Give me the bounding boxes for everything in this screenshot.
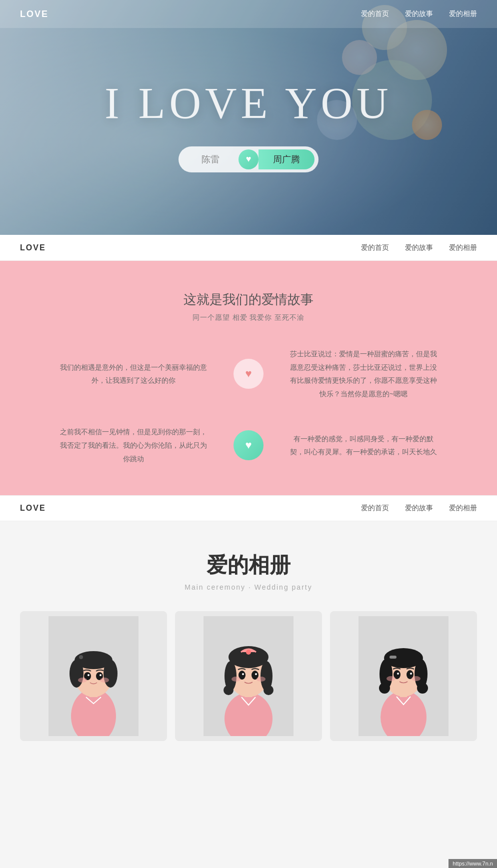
heart-icon: ♥ xyxy=(246,154,252,164)
hero-nav-album[interactable]: 爱的相册 xyxy=(449,9,477,18)
story-item-1-right: 莎士比亚说过：爱情是一种甜蜜的痛苦，但是我愿意忍受这种痛苦，莎士比亚还说过，世界… xyxy=(268,347,458,400)
sticky-nav-home-2[interactable]: 爱的首页 xyxy=(361,504,389,513)
story-subtitle: 同一个愿望 相爱 我爱你 至死不渝 xyxy=(20,313,477,322)
svg-point-43 xyxy=(397,673,399,675)
sticky-nav-story-1[interactable]: 爱的故事 xyxy=(405,243,433,252)
sticky-navbar-2: LOVE 爱的首页 爱的故事 爱的相册 xyxy=(0,495,497,521)
album-illustration-2 xyxy=(175,611,322,741)
sticky-nav-logo-2: LOVE xyxy=(20,504,46,513)
story-item-2: 之前我不相信一见钟情，但是见到你的那一刻，我否定了我的看法。我的心为你沦陷，从此… xyxy=(38,425,458,465)
svg-rect-40 xyxy=(390,656,396,659)
story-header: 这就是我们的爱情故事 同一个愿望 相爱 我爱你 至死不渝 xyxy=(20,291,477,322)
story-title: 这就是我们的爱情故事 xyxy=(20,291,477,308)
story-item-2-center: ♥ xyxy=(228,430,268,460)
sticky-nav-story-2[interactable]: 爱的故事 xyxy=(405,504,433,513)
story-items: 我们的相遇是意外的，但这是一个美丽幸福的意外，让我遇到了这么好的你 ♥ 莎士比亚… xyxy=(38,347,458,465)
svg-point-20 xyxy=(246,650,251,655)
hero-nav-links: 爱的首页 爱的故事 爱的相册 xyxy=(361,9,477,18)
album-illustration-3 xyxy=(330,611,477,741)
hero-nav-home[interactable]: 爱的首页 xyxy=(361,9,389,18)
album-card-2[interactable] xyxy=(175,611,322,741)
heart-divider: ♥ xyxy=(238,149,258,169)
name-right: 周广腾 xyxy=(258,149,314,169)
story-section: 这就是我们的爱情故事 同一个愿望 相爱 我爱你 至死不渝 我们的相遇是意外的，但… xyxy=(0,261,497,495)
svg-point-38 xyxy=(379,683,390,694)
story-heart-circle-1: ♥ xyxy=(234,359,264,389)
hero-title: I LOVE YOU xyxy=(104,78,392,128)
svg-point-39 xyxy=(417,683,428,694)
album-grid xyxy=(20,611,477,741)
sticky-nav-album-2[interactable]: 爱的相册 xyxy=(449,504,477,513)
hero-content: I LOVE YOU 陈雷 ♥ 周广腾 xyxy=(0,0,497,235)
sticky-nav-links-1: 爱的首页 爱的故事 爱的相册 xyxy=(361,243,477,252)
story-item-1: 我们的相遇是意外的，但这是一个美丽幸福的意外，让我遇到了这么好的你 ♥ 莎士比亚… xyxy=(38,347,458,400)
svg-point-30 xyxy=(256,677,266,682)
svg-point-46 xyxy=(412,676,420,681)
sticky-nav-home-1[interactable]: 爱的首页 xyxy=(361,243,389,252)
hero-nav-logo: LOVE xyxy=(20,9,48,19)
hero-nav-story[interactable]: 爱的故事 xyxy=(405,9,433,18)
svg-point-24 xyxy=(264,685,274,695)
svg-point-23 xyxy=(224,685,234,695)
album-card-1[interactable] xyxy=(20,611,167,741)
name-left: 陈雷 xyxy=(182,149,238,169)
sticky-nav-album-1[interactable]: 爱的相册 xyxy=(449,243,477,252)
svg-point-6 xyxy=(104,660,118,688)
album-illustration-1 xyxy=(20,611,167,741)
svg-point-45 xyxy=(386,676,396,681)
svg-point-29 xyxy=(232,677,240,682)
svg-point-8 xyxy=(79,655,83,659)
album-card-3[interactable] xyxy=(330,611,477,741)
svg-point-27 xyxy=(242,673,244,675)
sticky-nav-logo-1: LOVE xyxy=(20,243,46,252)
hero-section: LOVE 爱的首页 爱的故事 爱的相册 I LOVE YOU 陈雷 ♥ 周广腾 xyxy=(0,0,497,235)
svg-point-13 xyxy=(78,678,87,683)
svg-point-5 xyxy=(70,660,84,688)
story-item-2-right: 有一种爱的感觉，叫感同身受，有一种爱的默契，叫心有灵犀。有一种爱的承诺，叫天长地… xyxy=(268,432,458,459)
names-bar: 陈雷 ♥ 周广腾 xyxy=(178,146,318,172)
album-subtitle: Main ceremony · Wedding party xyxy=(20,583,477,591)
story-heart-circle-2: ♥ xyxy=(234,430,264,460)
story-item-1-center: ♥ xyxy=(228,359,268,389)
svg-point-44 xyxy=(410,673,412,675)
svg-point-11 xyxy=(88,674,90,676)
svg-point-14 xyxy=(100,678,109,683)
sticky-nav-links-2: 爱的首页 爱的故事 爱的相册 xyxy=(361,504,477,513)
hero-navbar: LOVE 爱的首页 爱的故事 爱的相册 xyxy=(0,0,497,28)
album-title: 爱的相册 xyxy=(20,551,477,579)
story-item-1-left: 我们的相遇是意外的，但这是一个美丽幸福的意外，让我遇到了这么好的你 xyxy=(38,361,228,387)
album-section: 爱的相册 Main ceremony · Wedding party xyxy=(0,521,497,761)
story-item-2-left: 之前我不相信一见钟情，但是见到你的那一刻，我否定了我的看法。我的心为你沦陷，从此… xyxy=(38,425,228,465)
svg-point-12 xyxy=(100,674,102,676)
sticky-navbar-1: LOVE 爱的首页 爱的故事 爱的相册 xyxy=(0,235,497,261)
album-header: 爱的相册 Main ceremony · Wedding party xyxy=(20,551,477,591)
svg-point-28 xyxy=(255,673,257,675)
